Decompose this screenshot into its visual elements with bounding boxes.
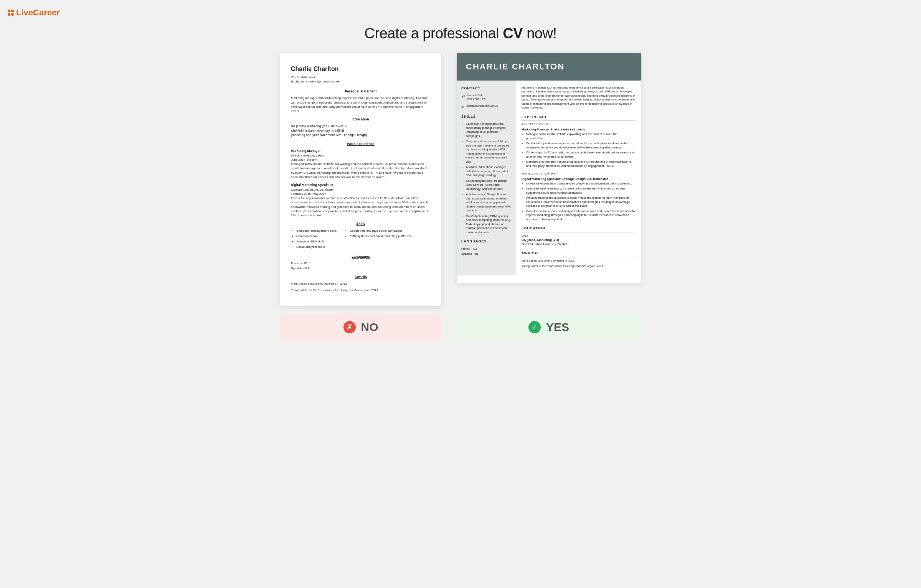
cv-styled-edu-uni: Sheffield Hallam University, Sheffield [522,242,635,247]
cv-styled-lang-1: French – B2 [461,247,512,251]
logo: LiveCareer [8,8,60,18]
cv-plain-phone: P: 077 2801 1721 [291,75,431,79]
cv-styled-left-col: CONTACT ☍ Home/Mobile 077 2801 1721 ✉ ch… [457,81,516,275]
cv-styled-contact-email-row: ✉ charlton@charlton.co.uk [461,104,512,110]
list-item: Able to manage Google Ads and paid socia… [466,193,512,213]
cv-plain-job1-desc: Managed social media, website copywritin… [291,162,431,179]
list-item: Google Ads and paid social campaigns [350,229,411,233]
cv-styled-contact-title: CONTACT [461,86,512,91]
cv-styled-lang-title: LANGUAGES [461,239,512,244]
tagline-post: now! [523,25,556,41]
cv-plain-job1-date: June 2017–present [291,158,431,162]
cv-styled-award-2: Young Writer of the Year winner for Hedg… [522,264,635,268]
cv-plain-job-1: Marketing Manager Shake-a-lake Ltd, Leed… [291,149,431,179]
cv-styled-skills-title: SKILLS [461,114,512,119]
cv-plain-skills-right-list: Google Ads and paid social campaigns CRM… [344,229,411,238]
list-item: Conducted reputation management on all s… [526,142,635,150]
list-item: Provided training and guidance to social… [526,196,635,208]
comparison-buttons: ✗ NO ✓ YES [8,314,913,341]
cv-styled-body: CONTACT ☍ Home/Mobile 077 2801 1721 ✉ ch… [457,81,641,275]
no-button[interactable]: ✗ NO [280,314,441,341]
tagline-pre: Create a professional [365,25,503,41]
logo-dot [8,13,10,16]
phone-icon: ☍ [461,94,465,99]
list-item: Communication [296,234,337,238]
cv-styled-job2-date: February 2015 to May 2017 [522,172,635,176]
cv-plain-skills-left-list: Campaign management skills Communication… [291,229,337,249]
cv-styled-edu-year: 2014 [522,234,635,238]
cv-plain-lang-1: French – B2 [291,261,431,265]
cv-plain-edu-title: Education [291,117,431,122]
cv-styled-job1-title: Marketing Manager Shake-a-lake Ltd, Leed… [522,127,635,132]
cv-styled-job-1: June 2017 to Current Marketing Manager S… [522,122,635,168]
cv-plain-job2-date: February 2015–May 2017 [291,192,431,196]
list-item: Campaign management skills [296,229,337,233]
cv-plain-skills-columns: Campaign management skills Communication… [291,229,431,250]
cv-styled-contact-phone-row: ☍ Home/Mobile 077 2801 1721 [461,94,512,101]
list-item: Wrote scripts for TV and radio, two radi… [526,151,635,159]
cv-plain-lang-2: Spanish – B1 [291,266,431,270]
cv-plain-job2-title: Digital Marketing Specialist [291,183,431,188]
cv-styled: CHARLIE CHARLTON CONTACT ☍ Home/Mobile 0… [457,53,641,283]
no-label: NO [361,321,378,334]
page-header: LiveCareer [8,8,913,18]
cv-plain: Charlie Charlton P: 077 2801 1721 E: cha… [280,53,441,306]
cv-styled-job-2: February 2015 to May 2017 Digital Market… [522,172,635,221]
cv-plain-job-2: Digital Marketing Specialist Oldedge Des… [291,183,431,217]
list-item: Moved the organisation's website onto Wo… [526,182,635,186]
cv-plain-job2-company: Oldedge Design Ltd, Doncaster [291,188,431,192]
yes-button[interactable]: ✓ YES [457,314,641,341]
cv-styled-right-col: Marketing manager with far-reaching expe… [516,81,641,275]
list-item: Collected customer data and analysed int… [526,209,635,222]
cv-styled-job2-title: Digital Marketing Specialist Oldedge Des… [522,177,635,181]
cv-plain-award-2: Young Writer of the Year winner for Hedg… [291,288,431,292]
cv-styled-job2-list: Moved the organisation's website onto Wo… [522,182,635,222]
cv-plain-skills-title: Skills [291,221,431,226]
cv-styled-email: charlton@charlton.co.uk [467,104,498,108]
cv-plain-job1-company: Shake-a-lake Ltd, Leeds [291,153,431,158]
list-item: CRM systems and email marketing platform… [350,234,411,238]
cv-plain-awards-title: Awards [291,275,431,280]
list-item: Campaign management skills: successfully… [466,122,512,138]
list-item: Social analytics tools [296,245,337,249]
cv-styled-awards: Merit-based scholarship awarded in 2012 … [522,259,635,268]
cv-plain-awards: Merit-based scholarship awarded in 2012 … [291,282,431,292]
cv-styled-phone-num: 077 2801 1721 [467,97,487,102]
cv-styled-contact-phone: Home/Mobile 077 2801 1721 [467,94,487,101]
cv-styled-lang-2: Spanish – B1 [461,252,512,256]
cv-styled-skills-list: Campaign management skills: successfully… [461,122,512,234]
cv-styled-job1-date: June 2017 to Current [522,122,635,127]
list-item: Analytical SEO skills: leveraged data-dr… [466,165,512,178]
cv-plain-skills-right: Google Ads and paid social campaigns CRM… [344,229,411,250]
cv-plain-edu-degree: BA (Hons) Marketing (2:1), 2011–2014 [291,124,431,129]
cv-plain-ps-title: Personal statement [291,89,431,94]
cv-styled-awards-title: AWARDS [522,251,635,257]
email-icon: ✉ [461,104,464,110]
cv-plain-job2-desc: Moved the organisation's website onto Wo… [291,196,431,217]
yes-label: YES [546,321,569,334]
cv-plain-ps: Marketing manager with far-reaching expe… [291,96,431,113]
page-tagline: Create a professional CV now! [8,25,913,42]
cv-styled-header: CHARLIE CHARLTON [457,53,641,81]
cv-styled-award-1: Merit-based scholarship awarded in 2012 [522,259,635,263]
cv-styled-exp-title: EXPERIENCE [522,115,635,121]
cv-plain-skills-left: Campaign management skills Communication… [291,229,337,250]
logo-dots [8,10,14,16]
cv-plain-edu-uni: Sheffield Hallam University, Sheffield [291,129,431,133]
cv-styled-personal-statement: Marketing manager with far-reaching expe… [522,86,635,110]
cv-plain-work-title: Work experience [291,142,431,147]
list-item: Comfortable using CRM systems and email … [466,214,512,235]
cv-plain-award-1: Merit-based scholarship awarded in 2012 [291,282,431,286]
no-icon: ✗ [343,321,356,333]
list-item: Social analytics tools: frequently used … [466,179,512,191]
cv-styled-job1-list: Managed social media, website copywritin… [522,132,635,168]
list-item: Launched advertisements to increase bran… [526,187,635,195]
cv-plain-job1-title: Marketing Manager [291,149,431,153]
list-item: Managed and delivered various projects a… [526,160,635,168]
cv-plain-email: E: charlie.t.charlton@charlton.co.uk [291,79,431,84]
cv-styled-phone-label: Home/Mobile [467,94,487,97]
logo-dot [11,10,14,12]
cv-plain-name: Charlie Charlton [291,65,431,73]
cv-plain-edu: BA (Hons) Marketing (2:1), 2011–2014 She… [291,124,431,138]
cv-plain-edu-note: (Including one-year placement with Olded… [291,133,431,138]
